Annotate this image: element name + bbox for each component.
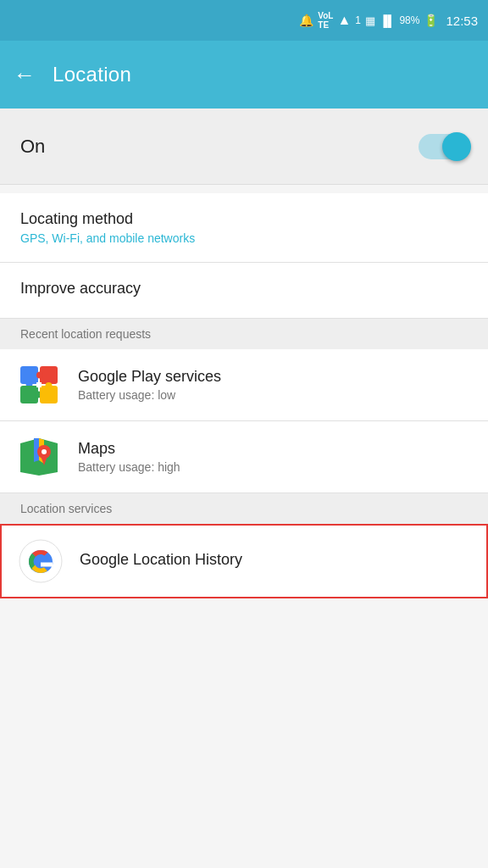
locating-method-title: Locating method (20, 210, 468, 228)
google-play-services-item[interactable]: Google Play services Battery usage: low (0, 349, 488, 421)
battery-percent: 98% (399, 14, 419, 26)
improve-accuracy-title: Improve accuracy (20, 280, 468, 298)
app-bar: ← Location (0, 41, 488, 108)
recent-location-requests-header: Recent location requests (0, 319, 488, 349)
battery-icon: 🔋 (424, 14, 438, 27)
google-location-history-item[interactable]: Google Location History (0, 524, 488, 598)
google-play-services-info: Google Play services Battery usage: low (78, 368, 221, 402)
status-icons: 🔔 VoLTE ▲ 1 ▦ ▐▌ 98% 🔋 12:53 (299, 11, 478, 30)
svg-point-8 (46, 382, 53, 389)
time: 12:53 (446, 14, 478, 28)
google-g-icon-container (19, 539, 63, 583)
google-location-history-info: Google Location History (80, 551, 242, 571)
toggle-label: On (20, 136, 45, 158)
data-icon: ▦ (365, 14, 375, 27)
maps-name: Maps (78, 440, 180, 458)
maps-info: Maps Battery usage: high (78, 440, 180, 474)
maps-icon-container (17, 435, 61, 479)
google-play-services-battery: Battery usage: low (78, 388, 221, 402)
svg-point-15 (42, 449, 47, 454)
location-toggle-row[interactable]: On (0, 108, 488, 185)
toggle-thumb (442, 132, 471, 161)
location-toggle-switch[interactable] (419, 134, 468, 159)
signal-icon: ▐▌ (380, 14, 395, 27)
alarm-icon: 🔔 (299, 14, 313, 27)
locating-method-subtitle: GPS, Wi-Fi, and mobile networks (20, 231, 468, 245)
maps-item[interactable]: Maps Battery usage: high (0, 421, 488, 493)
google-location-history-name: Google Location History (80, 551, 242, 569)
improve-accuracy-item[interactable]: Improve accuracy (0, 263, 488, 319)
svg-point-4 (36, 372, 43, 379)
maps-battery: Battery usage: high (78, 460, 180, 474)
main-list-section: Locating method GPS, Wi-Fi, and mobile n… (0, 193, 488, 319)
app-list-section: Google Play services Battery usage: low … (0, 349, 488, 493)
back-button[interactable]: ← (14, 64, 36, 86)
wifi-icon: ▲ (337, 13, 351, 28)
google-play-services-icon (17, 363, 61, 407)
locating-method-item[interactable]: Locating method GPS, Wi-Fi, and mobile n… (0, 193, 488, 263)
svg-rect-9 (36, 382, 42, 387)
location-services-header: Location services (0, 493, 488, 524)
page-title: Location (53, 63, 131, 86)
volte-icon: VoLTE (318, 11, 333, 30)
status-bar: 🔔 VoLTE ▲ 1 ▦ ▐▌ 98% 🔋 12:53 (0, 0, 488, 41)
sim-icon: 1 (355, 14, 361, 26)
google-play-services-name: Google Play services (78, 368, 221, 386)
location-services-section: Google Location History (0, 524, 488, 598)
